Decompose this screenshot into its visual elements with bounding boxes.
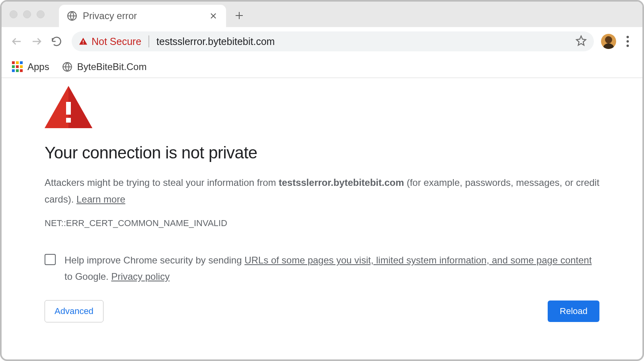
apps-grid-icon (12, 61, 23, 72)
forward-button[interactable] (29, 33, 45, 49)
bookmark-label: ByteBiteBit.Com (77, 61, 147, 72)
globe-icon (62, 62, 72, 72)
opt-in-details-link[interactable]: URLs of some pages you visit, limited sy… (244, 255, 591, 265)
close-tab-button[interactable] (209, 11, 218, 21)
arrow-right-icon (31, 35, 43, 47)
svg-rect-2 (83, 43, 84, 44)
reload-icon (51, 36, 62, 47)
globe-icon (67, 11, 77, 21)
browser-tab[interactable]: Privacy error (59, 5, 226, 27)
button-row: Advanced Reload (45, 300, 599, 322)
back-button[interactable] (9, 33, 25, 49)
window-close-button[interactable] (10, 10, 18, 18)
plus-icon (235, 11, 244, 20)
security-label: Not Secure (92, 36, 141, 47)
new-tab-button[interactable] (233, 10, 245, 21)
reload-button[interactable] (49, 33, 64, 49)
window-controls (10, 10, 45, 18)
security-indicator[interactable]: Not Secure (79, 36, 141, 47)
divider (148, 35, 149, 47)
reload-page-button[interactable]: Reload (548, 301, 599, 322)
interstitial-body: Attackers might be trying to steal your … (45, 174, 599, 208)
tab-title: Privacy error (83, 10, 137, 21)
ssl-interstitial: Your connection is not private Attackers… (2, 78, 642, 334)
warning-triangle-large-icon (45, 86, 92, 128)
error-code: NET::ERR_CERT_COMMON_NAME_INVALID (45, 218, 599, 228)
opt-in-prefix: Help improve Chrome security by sending (64, 255, 244, 265)
dot-icon (626, 40, 629, 43)
bookmark-item[interactable]: ByteBiteBit.Com (62, 61, 147, 72)
svg-rect-4 (66, 102, 71, 115)
close-icon (210, 12, 217, 20)
dot-icon (626, 36, 629, 38)
opt-in-text: Help improve Chrome security by sending … (64, 252, 599, 285)
apps-label: Apps (27, 61, 49, 72)
address-bar[interactable]: Not Secure testsslerror.bytebitebit.com (72, 31, 594, 51)
opt-in-mid: to Google. (64, 271, 111, 282)
star-icon (576, 35, 587, 46)
window-minimize-button[interactable] (23, 10, 31, 18)
bookmark-star-button[interactable] (576, 35, 587, 48)
browser-window: Privacy error Not Secure testsslerror.by… (0, 0, 644, 361)
opt-in-checkbox[interactable] (45, 254, 56, 265)
learn-more-link[interactable]: Learn more (76, 194, 125, 205)
url-text: testsslerror.bytebitebit.com (156, 36, 275, 47)
profile-avatar-button[interactable] (601, 34, 616, 49)
toolbar: Not Secure testsslerror.bytebitebit.com (2, 27, 642, 56)
titlebar: Privacy error (2, 2, 642, 27)
svg-rect-1 (83, 40, 84, 43)
arrow-left-icon (11, 35, 23, 47)
advanced-button[interactable]: Advanced (45, 300, 103, 322)
safe-browsing-opt-in: Help improve Chrome security by sending … (45, 252, 599, 285)
privacy-policy-link[interactable]: Privacy policy (111, 271, 170, 282)
body-domain: testsslerror.bytebitebit.com (279, 177, 404, 188)
bookmarks-bar: Apps ByteBiteBit.Com (2, 56, 642, 78)
window-zoom-button[interactable] (37, 10, 45, 18)
body-prefix: Attackers might be trying to steal your … (45, 177, 279, 188)
warning-triangle-icon (79, 37, 88, 46)
interstitial-heading: Your connection is not private (45, 143, 599, 162)
chrome-menu-button[interactable] (620, 34, 635, 49)
dot-icon (626, 45, 629, 47)
apps-shortcut[interactable]: Apps (12, 61, 49, 72)
svg-rect-5 (66, 118, 71, 123)
